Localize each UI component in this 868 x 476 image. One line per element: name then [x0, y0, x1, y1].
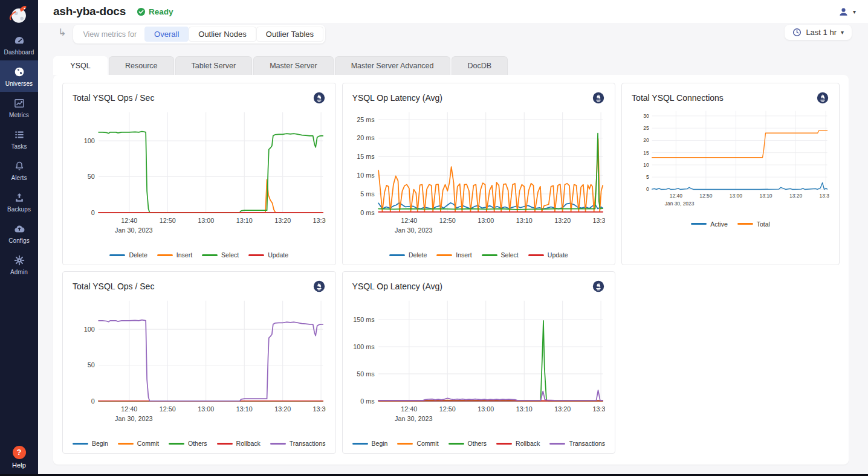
legend-item-total[interactable]: Total — [737, 220, 770, 228]
legend-item-begin[interactable]: Begin — [352, 440, 388, 447]
svg-text:13:00: 13:00 — [478, 217, 494, 224]
legend-item-others[interactable]: Others — [449, 440, 487, 447]
legend-item-transactions[interactable]: Transactions — [270, 440, 326, 447]
legend-swatch — [496, 443, 512, 445]
universes-globe-icon — [1, 66, 37, 78]
svg-text:13:30: 13:30 — [592, 217, 605, 224]
metric-tab-docdb[interactable]: DocDB — [452, 56, 508, 75]
svg-text:12:50: 12:50 — [439, 405, 455, 413]
sidebar-item-alerts[interactable]: Alerts — [0, 155, 38, 186]
svg-text:50: 50 — [88, 173, 95, 180]
yugabyte-logo-icon[interactable] — [0, 0, 38, 29]
metric-tab-master-server-advanced[interactable]: Master Server Advanced — [335, 56, 450, 75]
legend-label: Others — [188, 440, 207, 447]
sidebar-item-metrics[interactable]: Metrics — [0, 92, 38, 123]
metric-tab-resource[interactable]: Resource — [109, 56, 174, 75]
sidebar-item-help[interactable]: ? Help — [0, 446, 38, 469]
legend-item-transactions[interactable]: Transactions — [549, 440, 605, 447]
svg-text:13:30: 13:30 — [820, 193, 829, 199]
view-metrics-switcher: View metrics for OverallOutlier NodesOut… — [73, 25, 325, 43]
legend-label: Begin — [372, 440, 388, 447]
metrics-toolbar: ↳ View metrics for OverallOutlier NodesO… — [58, 25, 852, 43]
prometheus-icon[interactable] — [816, 91, 829, 105]
legend-item-rollback[interactable]: Rollback — [217, 440, 261, 447]
svg-text:12:40: 12:40 — [401, 405, 417, 413]
metric-tab-master-server[interactable]: Master Server — [253, 56, 334, 75]
prometheus-icon[interactable] — [592, 280, 605, 293]
chart-panel-total-ysql-connections: Total YSQL Connections05101520253012:40J… — [621, 83, 840, 265]
legend-item-delete[interactable]: Delete — [389, 251, 427, 259]
svg-text:20 ms: 20 ms — [357, 134, 374, 141]
legend-label: Rollback — [516, 440, 540, 447]
prometheus-icon[interactable] — [313, 91, 326, 105]
legend-item-insert[interactable]: Insert — [157, 251, 192, 259]
svg-text:10 ms: 10 ms — [357, 172, 374, 179]
legend-item-active[interactable]: Active — [691, 220, 728, 228]
sidebar-item-tasks[interactable]: Tasks — [0, 123, 38, 155]
time-range-picker[interactable]: Last 1 hr ▾ — [785, 25, 852, 40]
scope-tab-outlier-tables[interactable]: Outlier Tables — [256, 27, 323, 42]
chart-svg: 05101520253012:40Jan 30, 202312:5013:001… — [632, 107, 829, 218]
legend-label: Commit — [137, 440, 159, 447]
legend-label: Insert — [456, 251, 471, 259]
scope-tab-overall[interactable]: Overall — [144, 27, 189, 42]
chart-plot: 0 ms5 ms10 ms15 ms20 ms25 ms12:40Jan 30,… — [352, 107, 606, 249]
legend-swatch — [202, 254, 218, 256]
sidebar-item-label: Admin — [1, 269, 37, 275]
svg-text:13:00: 13:00 — [478, 405, 494, 413]
time-range-value: Last 1 hr — [806, 28, 837, 37]
sidebar-item-configs[interactable]: Configs — [0, 217, 38, 249]
prometheus-icon[interactable] — [313, 280, 326, 293]
content: ↳ View metrics for OverallOutlier NodesO… — [38, 23, 868, 476]
legend-swatch — [169, 443, 184, 445]
chart-panel-total-ysql-ops-sec: Total YSQL Ops / Sec05010012:40Jan 30, 2… — [62, 83, 336, 265]
time-range-caret-icon: ▾ — [841, 29, 844, 36]
scope-tabs: OverallOutlier NodesOutlier Tables — [144, 27, 323, 42]
svg-text:25 ms: 25 ms — [357, 116, 374, 123]
svg-text:100: 100 — [84, 137, 95, 144]
legend-item-delete[interactable]: Delete — [109, 251, 147, 259]
legend-item-others[interactable]: Others — [169, 440, 207, 447]
legend-item-update[interactable]: Update — [528, 251, 568, 259]
legend-item-select[interactable]: Select — [202, 251, 239, 259]
legend-item-rollback[interactable]: Rollback — [496, 440, 540, 447]
chart-title: YSQL Op Latency (Avg) — [352, 281, 442, 291]
svg-text:13:00: 13:00 — [198, 217, 214, 224]
sidebar-item-label: Configs — [1, 237, 37, 244]
svg-text:Jan 30, 2023: Jan 30, 2023 — [395, 415, 432, 422]
scope-tab-outlier-nodes[interactable]: Outlier Nodes — [189, 27, 256, 42]
legend-label: Begin — [92, 440, 108, 447]
chart-legend: DeleteInsertSelectUpdate — [352, 249, 606, 262]
sidebar-item-universes[interactable]: Universes — [0, 60, 38, 92]
chart-plot: 05010012:40Jan 30, 202312:5013:0013:1013… — [73, 107, 326, 249]
legend-item-commit[interactable]: Commit — [397, 440, 438, 447]
user-avatar-icon — [838, 6, 849, 18]
chart-title: YSQL Op Latency (Avg) — [352, 93, 442, 103]
series-transactions — [99, 320, 323, 401]
chart-panel-header: YSQL Op Latency (Avg) — [352, 280, 606, 293]
chart-panel-header: Total YSQL Ops / Sec — [73, 280, 326, 293]
legend-item-select[interactable]: Select — [482, 251, 519, 259]
legend-item-commit[interactable]: Commit — [118, 440, 159, 447]
sidebar-item-dashboard[interactable]: Dashboard — [0, 29, 38, 60]
legend-item-update[interactable]: Update — [248, 251, 288, 259]
legend-item-insert[interactable]: Insert — [436, 251, 471, 259]
metric-tab-tablet-server[interactable]: Tablet Server — [175, 56, 253, 75]
svg-text:5: 5 — [646, 174, 649, 180]
legend-swatch — [217, 443, 233, 445]
metric-tab-ysql[interactable]: YSQL — [53, 56, 108, 75]
sidebar-item-backups[interactable]: Backups — [0, 186, 38, 217]
svg-text:10: 10 — [643, 162, 649, 168]
sidebar-item-admin[interactable]: Admin — [0, 249, 38, 280]
legend-item-begin[interactable]: Begin — [73, 440, 108, 447]
user-menu[interactable]: ▾ — [838, 6, 856, 18]
prometheus-icon[interactable] — [592, 91, 605, 105]
svg-text:13:30: 13:30 — [313, 405, 326, 413]
legend-swatch — [528, 254, 544, 256]
legend-label: Delete — [129, 251, 147, 259]
svg-text:150 ms: 150 ms — [353, 316, 374, 323]
svg-text:13:20: 13:20 — [554, 405, 571, 413]
legend-label: Active — [710, 220, 728, 228]
svg-text:100: 100 — [84, 326, 95, 333]
svg-text:25: 25 — [643, 125, 649, 131]
